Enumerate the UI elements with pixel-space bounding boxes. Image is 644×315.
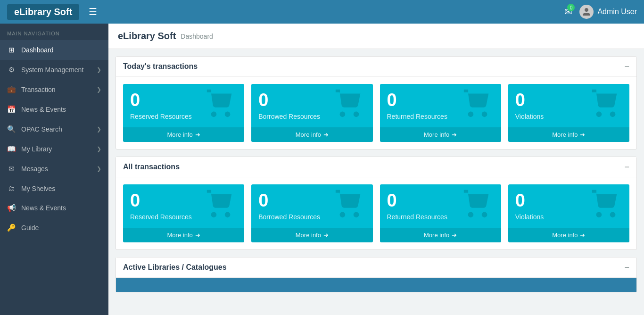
stat-card-borrowed-all[interactable]: 0 Borrowed Resources More info ➜ [251,184,372,242]
chevron-icon-library: ❯ [97,146,101,152]
hamburger-button[interactable]: ☰ [89,6,97,17]
stat-card-footer-reserved-all[interactable]: More info ➜ [123,228,244,242]
sidebar-item-left-opac: 🔍 OPAC Search [7,125,62,133]
stat-card-footer-reserved-today[interactable]: More info ➜ [123,127,244,142]
more-info-returned-all: More info ➜ [387,232,494,239]
user-info[interactable]: Admin User [579,5,637,19]
stat-card-footer-returned-all[interactable]: More info ➜ [380,228,501,242]
stat-number-returned-today: 0 [387,91,447,109]
stat-number-reserved-all: 0 [130,191,192,209]
stat-card-body-borrowed-all: 0 Borrowed Resources [251,184,372,228]
cart-icon-reserved-all [202,187,239,225]
todays-transactions-collapse[interactable]: − [624,62,629,71]
stat-card-returned-today[interactable]: 0 Returned Resources More info ➜ [380,84,501,142]
my-library-icon: 📖 [7,145,16,153]
user-name: Admin User [597,8,637,16]
sidebar-item-left-messages: ✉ Mesages [7,165,48,173]
more-info-violations-all: More info ➜ [515,232,622,239]
sidebar-section-label: MAIN NAVIGATION [0,24,108,40]
all-transactions-grid: 0 Reserved Resources More info ➜ [116,177,636,249]
header-left: eLibrary Soft ☰ [7,4,97,20]
sidebar-label-news1: News & Events [21,106,66,113]
active-libraries-body [116,278,636,292]
stat-label-reserved-all: Reserved Resources [130,213,192,221]
stat-text-reserved-all: 0 Reserved Resources [130,191,192,221]
stat-card-borrowed-today[interactable]: 0 Borrowed Resources More info ➜ [251,84,372,142]
stat-text-returned-today: 0 Returned Resources [387,91,447,120]
stat-card-body-borrowed-today: 0 Borrowed Resources [251,84,372,127]
stat-card-footer-returned-today[interactable]: More info ➜ [380,127,501,142]
news-events-1-icon: 📅 [7,105,16,114]
notification-bell[interactable]: ✉ 0 [564,6,572,17]
chevron-icon-system: ❯ [97,66,101,73]
sidebar-item-left-library: 📖 My Library [7,145,52,153]
cart-icon-violations-all [587,187,625,225]
sidebar-item-left-guide: 🔑 Guide [7,224,39,232]
cart-icon-returned-today [459,87,496,124]
stat-number-reserved-today: 0 [130,91,192,109]
more-info-returned-today: More info ➜ [387,131,494,138]
active-libraries-collapse[interactable]: − [624,263,629,272]
stat-card-footer-violations-today[interactable]: More info ➜ [508,127,629,142]
stat-number-borrowed-today: 0 [258,91,320,109]
sidebar-item-left-system: ⚙ System Management [7,66,83,74]
all-transactions-collapse[interactable]: − [624,163,629,171]
sidebar-label-dashboard: Dashboard [21,46,54,54]
sidebar-item-dashboard[interactable]: ⊞ Dashboard [0,40,108,60]
sidebar-label-transaction: Transaction [21,86,56,93]
stat-text-borrowed-today: 0 Borrowed Resources [258,91,320,120]
stat-card-returned-all[interactable]: 0 Returned Resources More info ➜ [380,184,501,242]
dashboard-icon: ⊞ [7,46,16,54]
my-shelves-icon: 🗂 [7,184,16,192]
active-libraries-section: Active Libraries / Catalogues − [116,257,637,292]
more-info-borrowed-today: More info ➜ [258,131,365,138]
sidebar-item-my-shelves[interactable]: 🗂 My Shelves [0,179,108,198]
sidebar-item-left-news1: 📅 News & Events [7,105,66,114]
active-libraries-title: Active Libraries / Catalogues [123,263,227,272]
stat-card-footer-violations-all[interactable]: More info ➜ [508,228,629,242]
stat-card-reserved-today[interactable]: 0 Reserved Resources More info ➜ [123,84,244,142]
stat-card-violations-today[interactable]: 0 Violations More info ➜ [508,84,629,142]
stat-card-footer-borrowed-today[interactable]: More info ➜ [251,127,372,142]
stat-text-returned-all: 0 Returned Resources [387,191,447,221]
chevron-icon-opac: ❯ [97,126,101,133]
stat-number-violations-today: 0 [515,91,544,109]
sidebar: MAIN NAVIGATION ⊞ Dashboard ⚙ System Man… [0,24,108,315]
sidebar-label-library: My Library [21,145,52,153]
stat-label-returned-all: Returned Resources [387,213,447,221]
sidebar-item-guide[interactable]: 🔑 Guide [0,218,108,238]
stat-card-violations-all[interactable]: 0 Violations More info ➜ [508,184,629,242]
page-title: eLibrary Soft [118,31,176,41]
stat-card-body-returned-all: 0 Returned Resources [380,184,501,228]
sidebar-label-shelves: My Shelves [21,185,55,192]
more-info-violations-today: More info ➜ [515,131,622,138]
sidebar-item-system-management[interactable]: ⚙ System Management ❯ [0,60,108,80]
sidebar-label-system: System Management [21,66,83,74]
chevron-icon-messages: ❯ [97,166,101,172]
sidebar-item-transaction[interactable]: 💼 Transaction ❯ [0,80,108,99]
guide-icon: 🔑 [7,224,16,232]
notification-badge: 0 [567,4,575,11]
chevron-icon-transaction: ❯ [97,86,101,93]
content-area: eLibrary Soft Dashboard Today's transact… [108,24,644,315]
all-transactions-header: All transactions − [116,157,636,177]
sidebar-item-news-events-1[interactable]: 📅 News & Events [0,99,108,119]
more-info-reserved-all: More info ➜ [130,232,237,239]
header-right: ✉ 0 Admin User [564,5,637,19]
messages-icon: ✉ [7,165,16,173]
stat-card-footer-borrowed-all[interactable]: More info ➜ [251,228,372,242]
sidebar-item-left-shelves: 🗂 My Shelves [7,184,55,192]
stat-card-body-reserved-all: 0 Reserved Resources [123,184,244,228]
stat-card-body-reserved-today: 0 Reserved Resources [123,84,244,127]
all-transactions-title: All transactions [123,163,180,171]
sidebar-item-news-events-2[interactable]: 📢 News & Events [0,198,108,218]
stat-card-reserved-all[interactable]: 0 Reserved Resources More info ➜ [123,184,244,242]
user-avatar [579,5,594,19]
stat-text-borrowed-all: 0 Borrowed Resources [258,191,320,221]
page-header: eLibrary Soft Dashboard [108,24,644,49]
sidebar-item-opac-search[interactable]: 🔍 OPAC Search ❯ [0,119,108,139]
sidebar-item-messages[interactable]: ✉ Mesages ❯ [0,159,108,179]
sidebar-item-my-library[interactable]: 📖 My Library ❯ [0,139,108,159]
sidebar-item-left-transaction: 💼 Transaction [7,85,56,94]
stat-text-violations-all: 0 Violations [515,191,544,221]
